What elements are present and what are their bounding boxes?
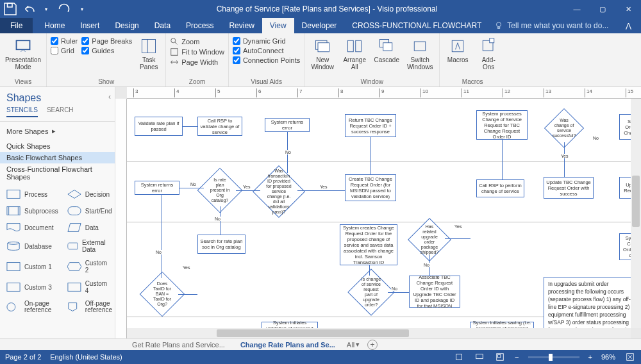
tab-cross-functional[interactable]: CROSS-FUNCTIONAL FLOWCHART	[344, 18, 489, 33]
stencils-tab[interactable]: STENCILS	[6, 106, 38, 117]
tab-review[interactable]: Review	[221, 18, 262, 33]
fit-page-icon[interactable]	[624, 351, 636, 363]
shape-process[interactable]: Process	[3, 186, 62, 202]
page-width-button[interactable]: Page Width	[170, 58, 224, 67]
maximize-button[interactable]: ▢	[590, 0, 615, 18]
pagebreaks-checkbox[interactable]: Page Breaks	[81, 37, 132, 45]
tab-process[interactable]: Process	[178, 18, 221, 33]
shape-document[interactable]: Document	[3, 220, 62, 235]
save-icon[interactable]	[3, 1, 18, 17]
new-window-button[interactable]: New Window	[308, 35, 337, 70]
cascade-button[interactable]: Cascade	[372, 35, 401, 63]
cross-functional-row[interactable]: Cross-Functional Flowchart Shapes	[0, 163, 115, 183]
shape-box[interactable]: Search for rate plan soc in Org catalog	[197, 235, 246, 254]
shape-box[interactable]: Associate TBC Change Request Order ID wi…	[409, 276, 460, 308]
shape-box[interactable]: System processes Change of Service Reque…	[476, 110, 528, 140]
shape-startend[interactable]: Start/End	[63, 203, 116, 219]
refresh-icon[interactable]	[56, 1, 72, 17]
macros-button[interactable]: Macros	[444, 35, 472, 63]
drawing-canvas[interactable]: Validate rate plan if passed Call RSP to…	[127, 99, 631, 328]
zoom-slider-thumb[interactable]	[549, 354, 553, 361]
switch-windows-button[interactable]: Switch Windows	[404, 35, 435, 70]
minimize-button[interactable]: —	[564, 0, 590, 18]
tab-design[interactable]: Design	[107, 18, 146, 33]
task-panes-button[interactable]: Task Panes	[136, 35, 162, 70]
qat-dropdown2-icon[interactable]: ▾	[74, 1, 90, 17]
shape-decision[interactable]: Decision	[63, 186, 116, 202]
shape-decision[interactable]: Does TaxID for BAN = TaxID for Org?	[146, 278, 178, 310]
grid-checkbox[interactable]: Grid	[51, 47, 78, 54]
shape-box[interactable]: Create TBC Change Request Order (for MSI…	[345, 174, 396, 201]
basic-flowchart-row[interactable]: Basic Flowchart Shapes	[0, 152, 115, 163]
undo-icon[interactable]	[21, 1, 36, 17]
shape-box[interactable]: System creates Change Request Order for …	[340, 224, 397, 265]
add-page-button[interactable]: +	[367, 340, 378, 350]
record-macro-icon[interactable]	[453, 351, 465, 363]
dynamic-grid-checkbox[interactable]: Dynamic Grid	[233, 37, 300, 45]
zoom-out-button[interactable]: −	[515, 353, 519, 361]
shape-decision[interactable]: Was change of service successful?	[550, 114, 578, 142]
vertical-scrollbar[interactable]	[631, 99, 641, 328]
connection-points-checkbox[interactable]: Connection Points	[233, 56, 300, 64]
collapse-ribbon-button[interactable]: ⋀	[615, 18, 641, 33]
shape-decision[interactable]: Is change of service request part of upg…	[354, 276, 388, 309]
tab-insert[interactable]: Insert	[72, 18, 107, 33]
shape-box[interactable]: Call RSP to validate change of service	[197, 117, 242, 136]
fit-window-button[interactable]: Fit to Window	[170, 47, 224, 56]
zoom-button[interactable]: Zoom	[170, 37, 224, 46]
collapse-shapes-icon[interactable]: ‹	[108, 92, 111, 101]
close-button[interactable]: ✕	[615, 0, 641, 18]
shape-box[interactable]: System returns error	[265, 118, 310, 132]
zoom-slider[interactable]	[528, 356, 579, 358]
tab-data[interactable]: Data	[147, 18, 178, 33]
shape-box[interactable]: Return TBC Change Request Order ID + suc…	[345, 114, 396, 137]
arrange-all-button[interactable]: Arrange All	[340, 35, 369, 70]
shape-external-data[interactable]: External Data	[63, 236, 116, 256]
page-tab-1[interactable]: Get Rate Plans and Service...	[128, 340, 229, 350]
status-language[interactable]: English (United States)	[50, 353, 122, 361]
shape-box[interactable]: Validate rate plan if passed	[135, 117, 183, 136]
presentation-icon[interactable]	[474, 351, 485, 363]
presentation-mode-button[interactable]: Presentation Mode	[4, 35, 42, 70]
shape-box[interactable]: Call RSP to perform change of service	[476, 179, 524, 197]
shape-decision[interactable]: Is rate plan present in Org catalog?	[204, 174, 236, 206]
quick-shapes-row[interactable]: Quick Shapes	[0, 140, 115, 152]
scrollbar-thumb[interactable]	[217, 329, 409, 337]
shape-box[interactable]: System initiates saving (i.e. processing…	[470, 322, 534, 328]
shape-decision[interactable]: Was transaction ID provided for proposed…	[260, 173, 297, 210]
autoconnect-checkbox[interactable]: AutoConnect	[233, 47, 300, 54]
horizontal-scrollbar[interactable]	[127, 328, 631, 338]
search-tab[interactable]: SEARCH	[47, 106, 74, 117]
annotation-note[interactable]: In upgrades submit order processing the …	[544, 277, 631, 328]
shape-box[interactable]: Update TBC Change Request Order with suc…	[544, 177, 594, 199]
shape-custom1[interactable]: Custom 1	[3, 257, 62, 276]
shape-offpage[interactable]: Off-page reference	[63, 298, 116, 316]
pan-zoom-icon[interactable]	[494, 351, 506, 363]
shape-subprocess[interactable]: Subprocess	[3, 203, 62, 219]
shape-data[interactable]: Data	[63, 220, 116, 235]
page-tab-2[interactable]: Change Rate Plans and Se...	[237, 340, 339, 350]
shape-box[interactable]: System Order Sta Change Or	[619, 114, 631, 140]
shape-decision[interactable]: Has related upgrade order package shippe…	[414, 224, 445, 255]
qat-dropdown-icon[interactable]: ▾	[38, 1, 54, 17]
shape-database[interactable]: Database	[3, 236, 62, 256]
more-shapes-link[interactable]: More Shapes▸	[6, 126, 108, 136]
addons-button[interactable]: Add- Ons	[476, 35, 501, 70]
zoom-level[interactable]: 96%	[601, 353, 615, 361]
tab-view[interactable]: View	[262, 18, 294, 33]
shape-custom2[interactable]: Custom 2	[63, 257, 116, 276]
ruler-checkbox[interactable]: Ruler	[51, 37, 78, 45]
zoom-in-button[interactable]: +	[588, 353, 592, 361]
shape-box[interactable]: System u Change Order wit of chang	[619, 233, 631, 260]
shape-custom3[interactable]: Custom 3	[3, 277, 62, 297]
scrollbar-thumb[interactable]	[632, 176, 640, 227]
guides-checkbox[interactable]: Guides	[81, 47, 132, 54]
shape-box[interactable]: System returns error	[135, 181, 179, 195]
all-pages-button[interactable]: All ▾	[347, 340, 360, 349]
tab-home[interactable]: Home	[37, 18, 72, 33]
tell-me-search[interactable]: Tell me what you want to do...	[489, 18, 615, 33]
shape-custom4[interactable]: Custom 4	[63, 277, 116, 297]
shape-box[interactable]: Update T Request fa	[619, 177, 631, 199]
tab-file[interactable]: File	[0, 18, 33, 33]
shape-box[interactable]: System initiates validation of proposed …	[262, 322, 318, 328]
